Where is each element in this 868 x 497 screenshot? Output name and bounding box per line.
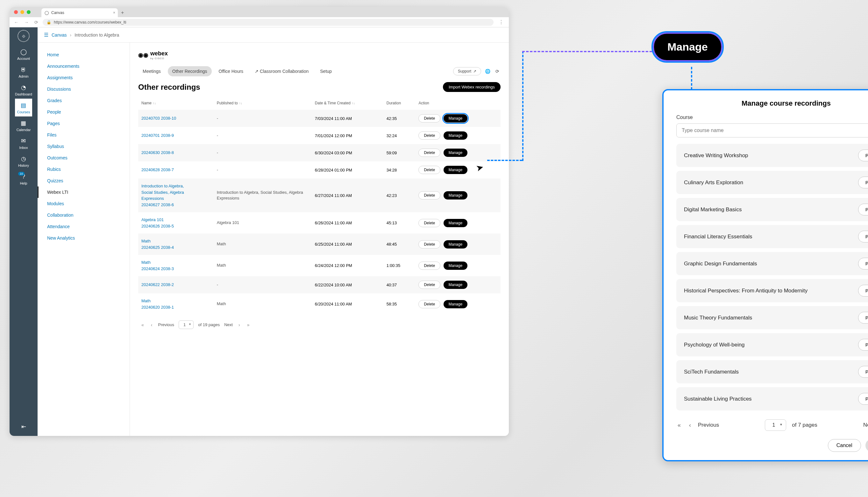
course-nav-outcomes[interactable]: Outcomes — [38, 152, 129, 164]
first-page-icon[interactable]: « — [676, 422, 682, 429]
publish-button[interactable]: Publish — [858, 231, 868, 242]
sort-icon[interactable]: ↑↓ — [352, 101, 355, 105]
sort-icon[interactable]: ↑↓ — [153, 101, 156, 105]
support-button[interactable]: Support↗ — [453, 67, 481, 75]
next-label[interactable]: Next — [863, 422, 868, 428]
cancel-button[interactable]: Cancel — [828, 439, 861, 452]
manage-button[interactable]: Manage — [443, 131, 467, 140]
tool-tab-office-hours[interactable]: Office Hours — [214, 66, 248, 76]
delete-button[interactable]: Delete — [418, 191, 440, 199]
recording-name-link[interactable]: 20240701 2038-9 — [141, 132, 210, 139]
chevron-right-icon[interactable]: › — [237, 322, 242, 327]
delete-button[interactable]: Delete — [418, 148, 440, 157]
gnav-item-help[interactable]: ?Help10 — [15, 170, 32, 188]
course-nav-files[interactable]: Files — [38, 129, 129, 141]
breadcrumb-home[interactable]: Canvas — [52, 32, 67, 38]
manage-button[interactable]: Manage — [443, 219, 467, 227]
close-tab-icon[interactable]: × — [113, 11, 115, 15]
publish-button[interactable]: Publish — [858, 150, 868, 161]
recording-name-link[interactable]: 20240625 2038-4 — [141, 244, 210, 251]
gnav-item-account[interactable]: ◯Account — [15, 45, 32, 63]
publish-button[interactable]: Publish — [858, 285, 868, 297]
course-nav-people[interactable]: People — [38, 106, 129, 118]
new-tab-button[interactable]: + — [121, 10, 124, 16]
import-recordings-button[interactable]: Import Webex recordings — [443, 82, 500, 92]
course-search-input[interactable] — [676, 124, 868, 138]
tool-tab-setup[interactable]: Setup — [316, 66, 336, 76]
gnav-item-courses[interactable]: ▤Courses — [15, 99, 32, 116]
recording-name-link[interactable]: 20240630 2038-8 — [141, 150, 210, 156]
manage-button[interactable]: Manage — [443, 300, 467, 308]
recording-name-link[interactable]: Algebra 101 — [141, 217, 210, 223]
course-nav-assignments[interactable]: Assignments — [38, 72, 129, 83]
canvas-logo-icon[interactable]: ⟐ — [17, 30, 30, 42]
gnav-item-admin[interactable]: ⛨Admin — [15, 63, 32, 81]
browser-tab[interactable]: ◯ Canvas × — [41, 8, 118, 17]
previous-label[interactable]: Previous — [698, 422, 719, 428]
course-nav-pages[interactable]: Pages — [38, 118, 129, 129]
course-nav-webex-lti[interactable]: Webex LTI — [38, 186, 129, 198]
manage-button[interactable]: Manage — [443, 281, 467, 289]
chevron-left-icon[interactable]: ‹ — [150, 322, 154, 327]
tool-tab-meetings[interactable]: Meetings — [138, 66, 165, 76]
delete-button[interactable]: Delete — [418, 219, 440, 227]
publish-button[interactable]: Publish — [858, 258, 868, 270]
delete-button[interactable]: Delete — [418, 166, 440, 174]
close-window-icon[interactable] — [14, 10, 18, 14]
recording-name-link[interactable]: 20240703 2038-10 — [141, 115, 210, 122]
first-page-icon[interactable]: « — [140, 322, 145, 327]
course-nav-modules[interactable]: Modules — [38, 198, 129, 209]
previous-label[interactable]: Previous — [158, 322, 174, 327]
browser-menu-icon[interactable]: ⋮ — [497, 19, 506, 25]
recording-name-link[interactable]: 20240620 2038-1 — [141, 304, 210, 311]
course-nav-rubics[interactable]: Rubics — [38, 164, 129, 175]
gnav-item-history[interactable]: ◷History — [15, 152, 32, 170]
recording-name-link[interactable]: 20240622 2038-2 — [141, 282, 210, 288]
recording-name-link[interactable]: Expressions — [141, 195, 210, 202]
tool-tab-other-recordings[interactable]: Other Recordings — [168, 66, 212, 76]
manage-button[interactable]: Manage — [443, 166, 467, 174]
reload-icon[interactable]: ⟳ — [33, 20, 40, 25]
recording-name-link[interactable]: Introduction to Algebra, — [141, 183, 210, 189]
back-icon[interactable]: ← — [13, 20, 20, 25]
course-nav-quizzes[interactable]: Quizzes — [38, 175, 129, 186]
gnav-item-calendar[interactable]: ▦Calendar — [15, 116, 32, 134]
delete-button[interactable]: Delete — [418, 281, 440, 289]
recording-name-link[interactable]: Math — [141, 259, 210, 266]
recording-name-link[interactable]: 20240626 2038-5 — [141, 223, 210, 229]
delete-button[interactable]: Delete — [418, 300, 440, 308]
gnav-item-inbox[interactable]: ✉Inbox — [15, 134, 32, 152]
publish-button[interactable]: Publish — [858, 366, 868, 378]
course-nav-collaboration[interactable]: Collaboration — [38, 209, 129, 221]
manage-button[interactable]: Manage — [443, 114, 467, 123]
page-select[interactable]: 1 — [179, 321, 194, 329]
delete-button[interactable]: Delete — [418, 240, 440, 248]
recording-name-link[interactable]: Math — [141, 298, 210, 304]
course-nav-announcements[interactable]: Announcements — [38, 60, 129, 72]
tool-tab-classroom-collaboration[interactable]: ↗ Classroom Collaboration — [250, 66, 313, 76]
delete-button[interactable]: Delete — [418, 131, 440, 140]
course-nav-new-analytics[interactable]: New Analytics — [38, 232, 129, 244]
url-input[interactable]: 🔒 https://www.canvas.com/courses/webex_l… — [43, 19, 494, 26]
recording-name-link[interactable]: 20240624 2038-3 — [141, 266, 210, 272]
recording-name-link[interactable]: 20240628 2038-7 — [141, 167, 210, 173]
maximize-window-icon[interactable] — [27, 10, 30, 14]
course-nav-attendance[interactable]: Attendance — [38, 221, 129, 232]
manage-button[interactable]: Manage — [443, 261, 467, 270]
page-select[interactable]: 1 — [765, 420, 786, 431]
refresh-icon[interactable]: ⟳ — [494, 69, 500, 74]
delete-button[interactable]: Delete — [418, 261, 440, 270]
gnav-item-dashboard[interactable]: ◔Dashboard — [15, 81, 32, 99]
publish-button[interactable]: Publish — [858, 204, 868, 215]
save-button[interactable]: Save — [866, 439, 868, 452]
forward-icon[interactable]: → — [23, 20, 30, 25]
manage-button[interactable]: Manage — [443, 191, 467, 199]
publish-button[interactable]: Publish — [858, 393, 868, 405]
minimize-window-icon[interactable] — [20, 10, 24, 14]
next-label[interactable]: Next — [224, 322, 233, 327]
collapse-nav-icon[interactable]: ⇤ — [16, 417, 32, 436]
recording-name-link[interactable]: Math — [141, 238, 210, 244]
sort-icon[interactable]: ↑↓ — [239, 101, 242, 105]
hamburger-icon[interactable]: ☰ — [44, 32, 49, 38]
recording-name-link[interactable]: Social Studies, Algebra — [141, 189, 210, 196]
